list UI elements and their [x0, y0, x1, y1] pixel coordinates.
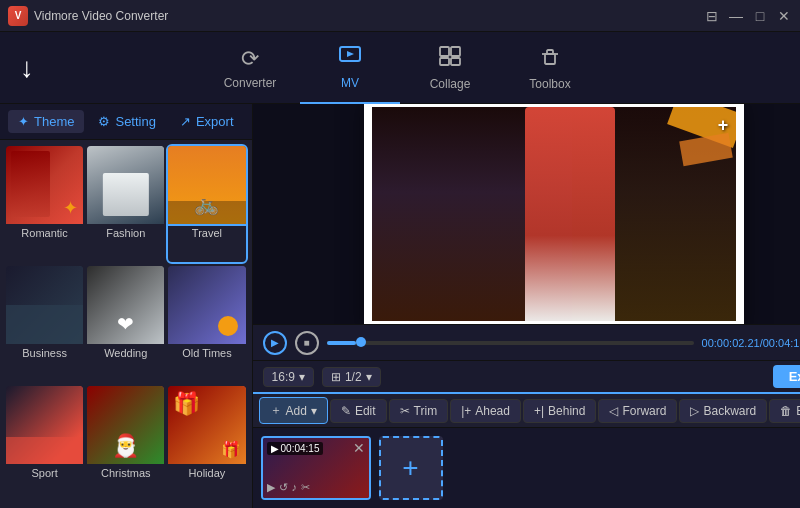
nav-item-toolbox[interactable]: Toolbox [500, 32, 600, 104]
trim-icon: ✂ [400, 404, 410, 418]
window-controls: ⊟ — □ ✕ [704, 8, 792, 24]
clip-duration-icon: ▶ [271, 443, 279, 454]
theme-name-travel: Travel [168, 224, 245, 242]
backward-icon: ▷ [690, 404, 699, 418]
theme-tab-icon: ✦ [18, 114, 29, 129]
add-button[interactable]: ＋ Add ▾ [259, 397, 328, 424]
nav-item-converter[interactable]: ⟳ Converter [200, 32, 300, 104]
forward-button[interactable]: ◁ Forward [598, 399, 677, 423]
theme-item-fashion[interactable]: Fashion [87, 146, 164, 262]
theme-name-romantic: Romantic [6, 224, 83, 242]
chat-button[interactable]: ⊟ [704, 8, 720, 24]
empty-icon: 🗑 [780, 404, 792, 418]
theme-thumb-romantic: ✦ [6, 146, 83, 224]
converter-icon: ⟳ [241, 46, 259, 72]
export-tab-label: Export [196, 114, 234, 129]
time-display: 00:00:02.21/00:04:15.12 [702, 337, 800, 349]
theme-tab-label: Theme [34, 114, 74, 129]
theme-item-business[interactable]: Business [6, 266, 83, 382]
setting-tab-label: Setting [115, 114, 155, 129]
mv-icon [338, 44, 362, 72]
ahead-label: Ahead [475, 404, 510, 418]
nav-label-collage: Collage [430, 77, 471, 91]
theme-item-wedding[interactable]: ❤ Wedding [87, 266, 164, 382]
clip-cut-icon: ✂ [301, 481, 310, 494]
nav-back-arrow[interactable]: ↓ [20, 52, 34, 84]
ahead-icon: |+ [461, 404, 471, 418]
toolbox-icon [538, 45, 562, 73]
theme-grid: ✦ Romantic Fashion 🚲 Travel [0, 140, 252, 508]
export-button[interactable]: Export [773, 365, 800, 388]
split-chevron: ▾ [366, 370, 372, 384]
split-button[interactable]: ⊞ 1/2 ▾ [322, 367, 381, 387]
theme-item-travel[interactable]: 🚲 Travel [168, 146, 245, 262]
backward-button[interactable]: ▷ Backward [679, 399, 767, 423]
theme-thumb-fashion [87, 146, 164, 224]
clip-item[interactable]: ▶ 00:04:15 ✕ ▶ ↺ ♪ ✂ [261, 436, 371, 500]
time-total: 00:04:15.12 [763, 337, 800, 349]
time-current: 00:00:02.21 [702, 337, 760, 349]
clip-duration: ▶ 00:04:15 [267, 442, 324, 455]
behind-label: Behind [548, 404, 585, 418]
clip-close-button[interactable]: ✕ [353, 440, 365, 456]
svg-rect-6 [545, 54, 555, 64]
theme-name-business: Business [6, 344, 83, 362]
maximize-button[interactable]: □ [752, 8, 768, 24]
backward-label: Backward [703, 404, 756, 418]
trim-button[interactable]: ✂ Trim [389, 399, 449, 423]
empty-label: Empty [796, 404, 800, 418]
main-content: ✦ Theme ⚙ Setting ↗ Export ✦ Romantic [0, 104, 800, 508]
theme-item-sport[interactable]: Sport [6, 386, 83, 502]
play-button[interactable]: ▶ [263, 331, 287, 355]
progress-bar[interactable] [327, 341, 694, 345]
theme-item-romantic[interactable]: ✦ Romantic [6, 146, 83, 262]
behind-button[interactable]: +| Behind [523, 399, 597, 423]
tab-export[interactable]: ↗ Export [170, 110, 244, 133]
empty-button[interactable]: 🗑 Empty [769, 399, 800, 423]
plus-icon-preview: + [718, 115, 729, 136]
title-bar-left: V Vidmore Video Converter [8, 6, 168, 26]
clip-music-icon: ♪ [292, 481, 298, 494]
svg-marker-1 [347, 51, 354, 57]
ratio-chevron: ▾ [299, 370, 305, 384]
clip-play-icon: ▶ [267, 481, 275, 494]
title-bar: V Vidmore Video Converter ⊟ — □ ✕ [0, 0, 800, 32]
collage-icon [438, 45, 462, 73]
split-label: 1/2 [345, 370, 362, 384]
app-title: Vidmore Video Converter [34, 9, 168, 23]
ratio-button[interactable]: 16:9 ▾ [263, 367, 314, 387]
tab-setting[interactable]: ⚙ Setting [88, 110, 165, 133]
theme-item-christmas[interactable]: 🎅 Christmas [87, 386, 164, 502]
theme-thumb-sport [6, 386, 83, 464]
edit-button[interactable]: ✎ Edit [330, 399, 387, 423]
theme-item-holiday[interactable]: 🎁 🎁 Holiday [168, 386, 245, 502]
split-icon: ⊞ [331, 370, 341, 384]
ahead-button[interactable]: |+ Ahead [450, 399, 521, 423]
minimize-button[interactable]: — [728, 8, 744, 24]
app-icon: V [8, 6, 28, 26]
controls-bar: ▶ ■ 00:00:02.21/00:04:15.12 🔊 [253, 324, 800, 360]
stop-button[interactable]: ■ [295, 331, 319, 355]
theme-thumb-wedding: ❤ [87, 266, 164, 344]
progress-dot [356, 337, 366, 347]
clip-duration-text: 00:04:15 [281, 443, 320, 454]
behind-icon: +| [534, 404, 544, 418]
nav-bar: ↓ ⟳ Converter MV Collage Toolbox [0, 32, 800, 104]
video-frame: + [364, 104, 744, 324]
theme-item-oldtimes[interactable]: Old Times [168, 266, 245, 382]
close-button[interactable]: ✕ [776, 8, 792, 24]
setting-tab-icon: ⚙ [98, 114, 110, 129]
theme-thumb-business [6, 266, 83, 344]
svg-rect-4 [440, 58, 449, 65]
tab-theme[interactable]: ✦ Theme [8, 110, 84, 133]
export-tab-icon: ↗ [180, 114, 191, 129]
theme-name-sport: Sport [6, 464, 83, 482]
edit-label: Edit [355, 404, 376, 418]
nav-item-collage[interactable]: Collage [400, 32, 500, 104]
ratio-label: 16:9 [272, 370, 295, 384]
nav-item-mv[interactable]: MV [300, 32, 400, 104]
add-label: Add [286, 404, 307, 418]
nav-label-converter: Converter [224, 76, 277, 90]
left-tabs: ✦ Theme ⚙ Setting ↗ Export [0, 104, 252, 140]
add-clip-button[interactable]: + [379, 436, 443, 500]
